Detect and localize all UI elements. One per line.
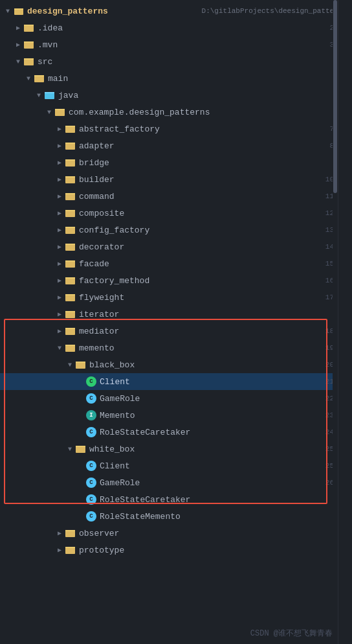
af-label: abstract_factory (79, 124, 347, 134)
tree-item-factory-method[interactable]: factory_method 16 (0, 272, 352, 289)
tree-item-memento-class[interactable]: I Memento 23 (0, 407, 352, 424)
decorator-arrow (54, 242, 65, 252)
idea-arrow (13, 23, 23, 33)
tree-item-prototype[interactable]: prototype (0, 542, 352, 558)
command-folder-icon (65, 190, 76, 202)
memento-arrow (54, 343, 65, 353)
tree-item-adapter[interactable]: adapter 8 (0, 137, 352, 154)
tree-item-composite[interactable]: composite 12 (0, 205, 352, 222)
composite-arrow (54, 208, 65, 218)
src-folder-icon (23, 56, 35, 67)
tree-item-command[interactable]: command 11 (0, 188, 352, 205)
tree-item-facade[interactable]: facade 15 (0, 255, 352, 272)
memento-folder-icon (65, 342, 76, 354)
observer-arrow (54, 528, 65, 538)
scrollbar-track[interactable] (333, 0, 338, 644)
client-bb-spacer (75, 376, 85, 387)
tree-item-memento[interactable]: memento 19 (0, 339, 352, 356)
client-wb-spacer (75, 461, 85, 471)
tree-item-builder[interactable]: builder 10 (0, 171, 352, 188)
tree-item-gamerole-bb[interactable]: C GameRole 22 (0, 390, 352, 407)
tree-item-src[interactable]: src (0, 53, 352, 70)
command-label: command (79, 192, 347, 201)
root-path: D:\gitlabProjects\deesign_patte... (202, 7, 347, 15)
bridge-folder-icon (65, 157, 76, 168)
tree-item-com[interactable]: com.example.deesign_patterns (0, 104, 352, 121)
tree-item-idea[interactable]: .idea 2 (0, 19, 352, 36)
tree-item-java[interactable]: java (0, 87, 352, 104)
tree-item-flyweight[interactable]: flyweight 17 (0, 289, 352, 306)
tree-item-observer[interactable]: observer (0, 525, 352, 542)
tree-item-client-wb[interactable]: C Client 25 (0, 457, 352, 474)
scrollbar-thumb[interactable] (333, 0, 337, 193)
af-arrow (54, 124, 65, 134)
gamerole-bb-spacer (75, 393, 85, 404)
tree-item-white-box[interactable]: white_box 25 (0, 441, 352, 457)
flyweight-label: flyweight (79, 293, 347, 303)
java-arrow (34, 90, 44, 100)
com-folder-icon (54, 106, 66, 118)
bridge-arrow (54, 157, 65, 168)
builder-arrow (54, 174, 65, 185)
tree-item-bridge[interactable]: bridge (0, 154, 352, 171)
client-wb-label: Client (100, 461, 347, 471)
tree-item-abstract-factory[interactable]: abstract_factory 7 (0, 121, 352, 137)
tree-item-mvn[interactable]: .mvn 3 (0, 36, 352, 53)
idea-folder-icon (23, 22, 35, 34)
bridge-label: bridge (79, 158, 347, 168)
tree-item-gamerole-wb[interactable]: C GameRole 26 (0, 474, 352, 491)
observer-label: observer (79, 529, 347, 538)
memento-class-label: Memento (100, 411, 347, 420)
tree-item-decorator[interactable]: decorator 14 (0, 238, 352, 255)
bb-label: black_box (89, 360, 347, 370)
rolestate-wb-icon: C (85, 494, 97, 505)
fm-folder-icon (65, 275, 76, 286)
iterator-folder-icon (65, 308, 76, 320)
client-bb-label: Client (100, 377, 347, 387)
main-label: main (48, 74, 347, 84)
tree-root[interactable]: deesign_patterns D:\gitlabProjects\deesi… (0, 3, 352, 19)
com-arrow (44, 107, 54, 117)
composite-label: composite (79, 209, 347, 218)
wb-label: white_box (89, 444, 347, 454)
mvn-arrow (13, 40, 23, 50)
tree-item-mediator[interactable]: mediator 18 (0, 323, 352, 339)
iterator-label: iterator (79, 310, 347, 319)
tree-item-client-bb[interactable]: C Client 21 (0, 373, 352, 390)
tree-item-rolestate-wb[interactable]: C RoleStateCaretaker (0, 491, 352, 508)
gamerole-wb-label: GameRole (100, 478, 347, 488)
tree-item-iterator[interactable]: iterator (0, 306, 352, 323)
gamerole-bb-label: GameRole (100, 394, 347, 404)
cf-arrow (54, 225, 65, 235)
decorator-label: decorator (79, 242, 347, 252)
client-bb-icon: C (85, 376, 97, 387)
rolestate-bb-icon: C (85, 426, 97, 438)
prototype-label: prototype (79, 546, 347, 555)
decorator-folder-icon (65, 241, 76, 253)
iterator-arrow (54, 309, 65, 319)
composite-folder-icon (65, 207, 76, 219)
gamerole-bb-icon: C (85, 393, 97, 404)
bb-folder-icon (75, 359, 87, 371)
rolestatemem-wb-label: RoleStateMemento (100, 512, 347, 522)
cf-label: config_factory (79, 225, 347, 235)
root-folder-icon (13, 5, 25, 17)
root-label: deesign_patterns (27, 6, 198, 16)
file-tree: deesign_patterns D:\gitlabProjects\deesi… (0, 0, 352, 644)
tree-item-rolestate-bb[interactable]: C RoleStateCaretaker 24 (0, 424, 352, 441)
java-folder-icon (44, 89, 56, 101)
tree-item-black-box[interactable]: black_box 20 (0, 356, 352, 373)
flyweight-arrow (54, 292, 65, 303)
tree-item-rolestatemem-wb[interactable]: C RoleStateMemento (0, 508, 352, 525)
main-folder-icon (34, 73, 45, 84)
tree-item-config-factory[interactable]: config_factory 13 (0, 222, 352, 238)
bb-arrow (65, 360, 75, 370)
rolestatemem-wb-icon: C (85, 511, 97, 522)
mvn-label: .mvn (38, 40, 347, 50)
builder-label: builder (79, 175, 347, 185)
adapter-label: adapter (79, 141, 347, 151)
observer-folder-icon (65, 527, 76, 539)
tree-item-main[interactable]: main (0, 70, 352, 87)
adapter-folder-icon (65, 140, 76, 152)
idea-label: .idea (38, 23, 347, 33)
